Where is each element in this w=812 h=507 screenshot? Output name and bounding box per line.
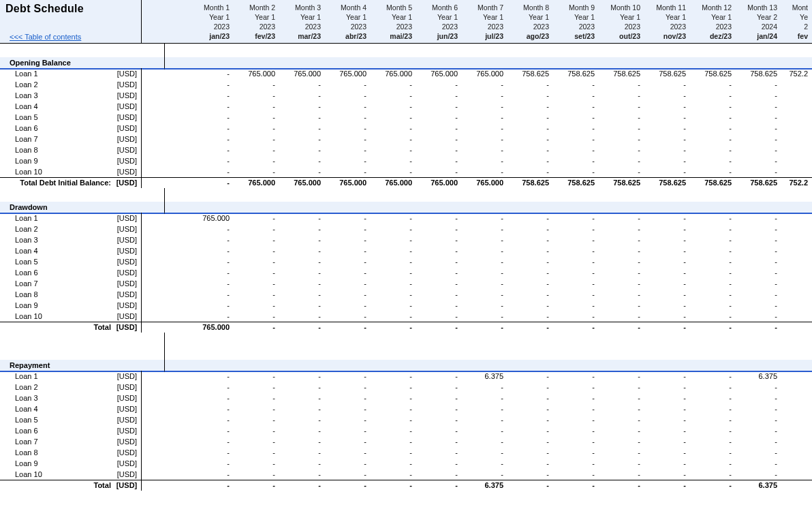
row-unit: [USD]: [113, 155, 142, 166]
cell: -: [553, 480, 599, 491]
cell: -: [690, 123, 736, 134]
cell: [781, 469, 812, 480]
cell: -: [234, 447, 279, 458]
cell: -: [507, 371, 553, 382]
cell: -: [599, 371, 644, 382]
cell: -: [416, 458, 462, 469]
cell: -: [553, 79, 599, 90]
cell: -: [690, 403, 736, 414]
cell: -: [462, 155, 507, 166]
data-row: Loan 4[USD]-------------: [0, 245, 812, 256]
cell: -: [279, 458, 325, 469]
cell: -: [142, 469, 234, 480]
cell: -: [644, 256, 690, 267]
cell: -: [462, 403, 507, 414]
toc-link[interactable]: <<< Table of contents: [10, 33, 81, 41]
cell: -: [279, 245, 325, 256]
cell: -: [416, 155, 462, 166]
cell: -: [462, 278, 507, 289]
cell: 765.000: [416, 68, 462, 79]
cell: [781, 90, 812, 101]
cell: -: [736, 79, 781, 90]
cell: 758.625: [736, 177, 781, 188]
cell: -: [462, 300, 507, 311]
cell: -: [599, 123, 644, 134]
cell: 765.000: [462, 68, 507, 79]
cell: -: [325, 101, 371, 112]
cell: -: [371, 300, 416, 311]
cell: -: [736, 382, 781, 393]
cell: -: [325, 469, 371, 480]
cell: [781, 166, 812, 177]
cell: -: [279, 393, 325, 403]
cell: [781, 112, 812, 123]
cell: -: [371, 267, 416, 278]
cell: -: [462, 469, 507, 480]
cell: -: [416, 480, 462, 491]
cell: -: [553, 123, 599, 134]
cell: -: [553, 289, 599, 300]
cell: -: [234, 79, 279, 90]
cell: -: [507, 256, 553, 267]
section-header: Drawdown: [0, 202, 812, 213]
cell: -: [325, 155, 371, 166]
cell: -: [599, 403, 644, 414]
cell: -: [599, 101, 644, 112]
cell: -: [325, 234, 371, 245]
cell: -: [690, 234, 736, 245]
cell: -: [371, 155, 416, 166]
cell: -: [371, 101, 416, 112]
cell: -: [644, 234, 690, 245]
cell: -: [690, 224, 736, 234]
cell: [781, 447, 812, 458]
cell: -: [371, 414, 416, 425]
cell: -: [553, 112, 599, 123]
row-label: Loan 5: [0, 112, 113, 123]
cell: -: [371, 403, 416, 414]
cell: -: [599, 256, 644, 267]
cell: -: [416, 144, 462, 155]
cell: -: [553, 469, 599, 480]
cell: -: [599, 79, 644, 90]
cell: -: [325, 256, 371, 267]
cell: -: [416, 289, 462, 300]
cell: -: [234, 256, 279, 267]
cell: -: [736, 278, 781, 289]
cell: -: [234, 403, 279, 414]
row-label: Loan 7: [0, 134, 113, 144]
row-unit: [USD]: [113, 436, 142, 447]
cell: -: [142, 278, 234, 289]
cell: -: [690, 134, 736, 144]
cell: -: [142, 177, 234, 188]
cell: -: [690, 289, 736, 300]
header-col: Month 8Year 12023ago/23: [507, 0, 553, 43]
cell: 6.375: [736, 371, 781, 382]
cell: -: [599, 144, 644, 155]
header-col: MontYe2fev: [781, 0, 812, 43]
cell: -: [736, 447, 781, 458]
cell: -: [371, 322, 416, 333]
row-label: Loan 8: [0, 289, 113, 300]
cell: -: [553, 278, 599, 289]
cell: -: [736, 213, 781, 224]
data-row: Loan 2[USD]-------------: [0, 224, 812, 234]
cell: -: [234, 166, 279, 177]
row-label: Loan 7: [0, 436, 113, 447]
cell: -: [553, 101, 599, 112]
row-label: Loan 1: [0, 213, 113, 224]
cell: -: [279, 101, 325, 112]
cell: -: [462, 267, 507, 278]
cell: -: [690, 144, 736, 155]
cell: -: [234, 123, 279, 134]
cell: -: [371, 245, 416, 256]
cell: -: [690, 371, 736, 382]
cell: -: [690, 112, 736, 123]
cell: -: [234, 322, 279, 333]
cell: [781, 414, 812, 425]
cell: -: [234, 393, 279, 403]
cell: 765.000: [142, 213, 234, 224]
cell: -: [142, 311, 234, 322]
cell: -: [325, 447, 371, 458]
cell: -: [462, 382, 507, 393]
cell: -: [644, 311, 690, 322]
